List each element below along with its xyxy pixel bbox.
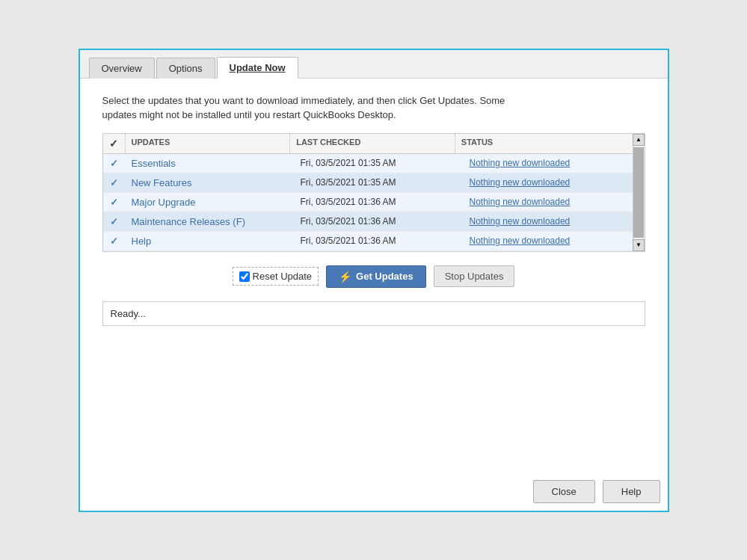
row-2-check[interactable]: ✓ xyxy=(103,193,126,212)
description: Select the updates that you want to down… xyxy=(102,93,645,123)
status-column-header: STATUS xyxy=(455,134,621,153)
row-0-status: Nothing new downloaded xyxy=(464,154,633,173)
table-row: ✓ Essentials Fri, 03/5/2021 01:35 AM Not… xyxy=(103,154,633,173)
tab-overview-label: Overview xyxy=(102,63,142,74)
description-line1: Select the updates that you want to down… xyxy=(102,95,505,106)
action-buttons-row: Reset Update ⚡ Get Updates Stop Updates xyxy=(102,262,645,291)
table-body: ✓ Essentials Fri, 03/5/2021 01:35 AM Not… xyxy=(103,154,633,251)
check-all-header[interactable]: ✓ xyxy=(103,134,126,153)
tab-overview[interactable]: Overview xyxy=(89,58,155,79)
help-button[interactable]: Help xyxy=(603,480,660,503)
table-row: ✓ Help Fri, 03/5/2021 01:36 AM Nothing n… xyxy=(103,232,633,251)
row-0-name[interactable]: Essentials xyxy=(126,154,295,173)
table-row: ✓ Maintenance Releases (F) Fri, 03/5/202… xyxy=(103,212,633,232)
row-0-check[interactable]: ✓ xyxy=(103,154,126,173)
status-text: Ready... xyxy=(111,308,146,319)
updates-table-container: ✓ UPDATES LAST CHECKED STATUS ✓ Essentia… xyxy=(102,133,645,252)
table-header: ✓ UPDATES LAST CHECKED STATUS xyxy=(103,134,633,154)
table-row: ✓ New Features Fri, 03/5/2021 01:35 AM N… xyxy=(103,173,633,193)
lightning-icon: ⚡ xyxy=(339,271,351,283)
row-1-status: Nothing new downloaded xyxy=(464,173,633,192)
get-updates-label: Get Updates xyxy=(356,271,414,282)
updates-column-header: UPDATES xyxy=(126,134,291,153)
row-4-check[interactable]: ✓ xyxy=(103,232,126,250)
row-3-name[interactable]: Maintenance Releases (F) xyxy=(126,212,295,231)
reset-update-label: Reset Update xyxy=(253,271,313,282)
scrollbar-down-button[interactable]: ▼ xyxy=(633,239,645,251)
scrollbar-up-button[interactable]: ▲ xyxy=(633,134,645,146)
tab-update-now-label: Update Now xyxy=(230,62,286,73)
row-4-date: Fri, 03/5/2021 01:36 AM xyxy=(295,232,464,250)
row-0-date: Fri, 03/5/2021 01:35 AM xyxy=(295,154,464,173)
row-1-check[interactable]: ✓ xyxy=(103,173,126,192)
stop-updates-button[interactable]: Stop Updates xyxy=(434,265,515,287)
tab-options[interactable]: Options xyxy=(156,58,215,79)
updates-table-wrapper: ✓ UPDATES LAST CHECKED STATUS ✓ Essentia… xyxy=(102,133,645,252)
main-window: Overview Options Update Now Select the u… xyxy=(79,49,669,512)
reset-update-area: Reset Update xyxy=(233,267,319,286)
row-2-date: Fri, 03/5/2021 01:36 AM xyxy=(295,193,464,212)
status-bar: Ready... xyxy=(102,301,645,326)
row-4-name[interactable]: Help xyxy=(126,232,295,250)
row-2-status: Nothing new downloaded xyxy=(464,193,633,212)
row-4-status: Nothing new downloaded xyxy=(464,232,633,250)
scrollbar-thumb[interactable] xyxy=(633,147,644,238)
bottom-buttons: Close Help xyxy=(80,468,668,511)
reset-update-checkbox[interactable] xyxy=(239,271,250,282)
get-updates-button[interactable]: ⚡ Get Updates xyxy=(326,265,426,288)
last-checked-column-header: LAST CHECKED xyxy=(290,134,455,153)
row-3-date: Fri, 03/5/2021 01:36 AM xyxy=(295,212,464,231)
main-content: Select the updates that you want to down… xyxy=(80,79,668,468)
tabs-row: Overview Options Update Now xyxy=(80,50,668,79)
row-2-name[interactable]: Major Upgrade xyxy=(126,193,295,212)
tab-options-label: Options xyxy=(169,63,203,74)
description-line2: updates might not be installed until you… xyxy=(102,109,396,120)
tab-update-now[interactable]: Update Now xyxy=(217,57,298,79)
close-button[interactable]: Close xyxy=(533,480,595,503)
table-scrollbar[interactable]: ▲ ▼ xyxy=(633,134,645,251)
row-3-check[interactable]: ✓ xyxy=(103,212,126,231)
table-row: ✓ Major Upgrade Fri, 03/5/2021 01:36 AM … xyxy=(103,193,633,212)
row-3-status: Nothing new downloaded xyxy=(464,212,633,231)
row-1-name[interactable]: New Features xyxy=(126,173,295,192)
row-1-date: Fri, 03/5/2021 01:35 AM xyxy=(295,173,464,192)
